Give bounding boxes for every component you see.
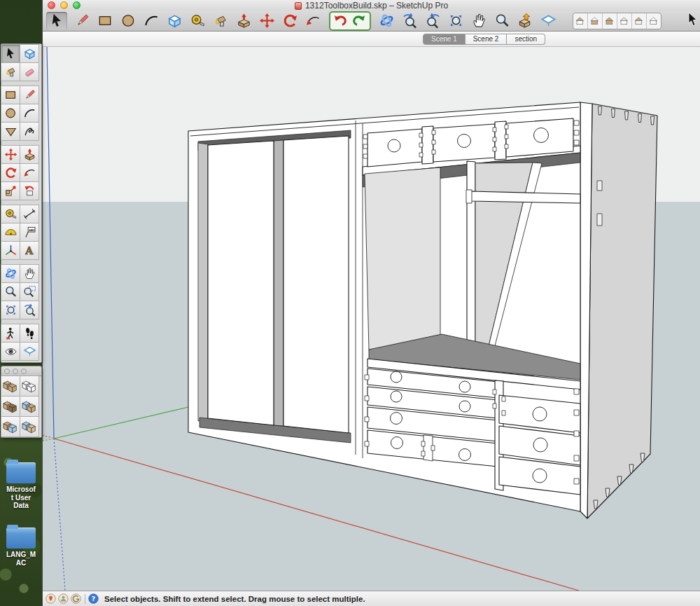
palette-minimize-icon[interactable] [13, 369, 18, 374]
union-tool-button[interactable] [1, 396, 20, 417]
position-camera-tool-button[interactable] [1, 324, 20, 343]
folder-label: Microsoft User Data [6, 486, 36, 510]
split-tool-button[interactable] [20, 416, 39, 437]
scene-tab-scene-2[interactable]: Scene 2 [465, 34, 507, 45]
zoom-previous-button[interactable] [401, 12, 418, 30]
paint-bucket-icon [4, 65, 18, 78]
view-top-button[interactable] [588, 13, 603, 29]
freehand-tool-button[interactable] [20, 122, 39, 141]
view-top-icon [589, 15, 601, 27]
protractor-tool-button[interactable] [1, 223, 20, 242]
push-pull-icon [236, 13, 252, 29]
follow-me-button[interactable] [304, 12, 321, 30]
outer-shell-icon [3, 378, 18, 394]
side-panel [587, 104, 657, 518]
outer-shell-tool-button[interactable] [1, 376, 20, 397]
view-iso-button[interactable] [573, 13, 588, 29]
make-component-tool-button[interactable] [20, 44, 39, 63]
circle-tool-button[interactable] [1, 104, 20, 123]
rotate-tool-button[interactable] [1, 163, 20, 182]
scene-tabs: Scene 1Scene 2section [423, 34, 545, 45]
arc-button[interactable] [143, 12, 160, 30]
tape-measure-tool-button[interactable] [1, 205, 20, 223]
folder-label: LANG_MAC [6, 551, 36, 567]
sketchup-window: 1312ToolboxBuild.skp – SketchUp Pro Scen… [42, 0, 700, 606]
zoom-icon [494, 13, 510, 29]
intersect-tool-button[interactable] [20, 376, 39, 397]
text-tool-button[interactable]: ABC [20, 223, 39, 242]
3d-text-tool-button[interactable]: A [20, 241, 39, 260]
circle-button[interactable] [120, 12, 136, 30]
redo-button[interactable] [350, 13, 367, 29]
push-pull-tool-button[interactable] [20, 145, 39, 164]
view-back-icon [634, 15, 645, 27]
geolocation-status-icon[interactable] [45, 593, 57, 605]
offset-tool-button[interactable] [20, 181, 39, 200]
zoom-extents-tool-button[interactable] [1, 301, 20, 319]
paint-bucket-button[interactable] [212, 12, 229, 30]
solids-palette-titlebar[interactable] [1, 366, 41, 376]
make-component-button[interactable] [166, 12, 183, 30]
pan-icon [471, 13, 487, 29]
credit-status-icon[interactable] [57, 593, 69, 605]
line-button[interactable] [74, 12, 90, 30]
undo-button[interactable] [332, 13, 349, 29]
desktop-folder[interactable]: Microsoft User Data [6, 462, 36, 510]
arc-tool-button[interactable] [20, 104, 39, 123]
skp-document-icon [295, 2, 302, 10]
tape-measure-icon [4, 207, 18, 221]
scene-tab-section[interactable]: section [507, 34, 545, 45]
walk-tool-button[interactable] [20, 324, 39, 343]
pan-button[interactable] [470, 12, 487, 30]
line-tool-button[interactable] [20, 85, 39, 104]
look-around-tool-button[interactable] [1, 342, 20, 361]
zoom-button[interactable] [493, 12, 510, 30]
select-tool-button[interactable] [1, 44, 20, 63]
rectangle-button[interactable] [97, 12, 113, 30]
pan-tool-button[interactable] [20, 264, 39, 283]
move-tool-button[interactable] [1, 145, 20, 164]
select-button[interactable] [46, 12, 67, 30]
get-models-button[interactable] [517, 12, 533, 30]
subtract-tool-button[interactable] [20, 396, 39, 417]
section-plane-button[interactable] [540, 12, 556, 30]
google-status-icon[interactable] [70, 593, 82, 605]
scale-tool-button[interactable] [1, 181, 20, 200]
scene-tab-scene-1[interactable]: Scene 1 [423, 34, 465, 45]
view-front-button[interactable] [603, 13, 617, 29]
dimension-icon [23, 207, 36, 221]
status-bar: ? Select objects. Shift to extend select… [43, 591, 700, 606]
palette-zoom-icon[interactable] [21, 369, 27, 374]
union-icon [3, 399, 18, 414]
text-icon: ABC [23, 226, 36, 239]
solids-palette [1, 366, 42, 438]
zoom-next-button[interactable] [424, 12, 441, 30]
rectangle-tool-button[interactable] [1, 85, 20, 104]
rotate-button[interactable] [281, 12, 298, 30]
paint-bucket-tool-button[interactable] [1, 62, 20, 81]
follow-me-icon [23, 166, 36, 179]
trim-tool-button[interactable] [1, 416, 20, 437]
view-left-button[interactable] [647, 13, 661, 29]
axes-tool-button[interactable] [1, 241, 20, 260]
dimension-tool-button[interactable] [20, 205, 39, 223]
zoom-previous-tool-button[interactable] [20, 301, 39, 319]
polygon-tool-button[interactable] [1, 122, 20, 141]
desktop-folder[interactable]: LANG_MAC [6, 528, 36, 567]
tape-measure-button[interactable] [189, 12, 206, 30]
view-back-button[interactable] [632, 13, 647, 29]
help-icon[interactable]: ? [88, 593, 99, 605]
zoom-window-tool-button[interactable] [20, 282, 39, 301]
push-pull-button[interactable] [235, 12, 252, 30]
view-right-button[interactable] [617, 13, 632, 29]
section-plane-tool-button[interactable] [20, 342, 39, 361]
orbit-tool-button[interactable] [1, 264, 20, 283]
eraser-tool-button[interactable] [20, 62, 39, 81]
3d-viewport[interactable] [43, 47, 700, 591]
palette-close-icon[interactable] [4, 369, 10, 374]
zoom-tool-button[interactable] [1, 282, 20, 301]
orbit-button[interactable] [378, 12, 395, 30]
zoom-extents-button[interactable] [447, 12, 464, 30]
move-button[interactable] [258, 12, 275, 30]
follow-me-tool-button[interactable] [20, 163, 39, 182]
